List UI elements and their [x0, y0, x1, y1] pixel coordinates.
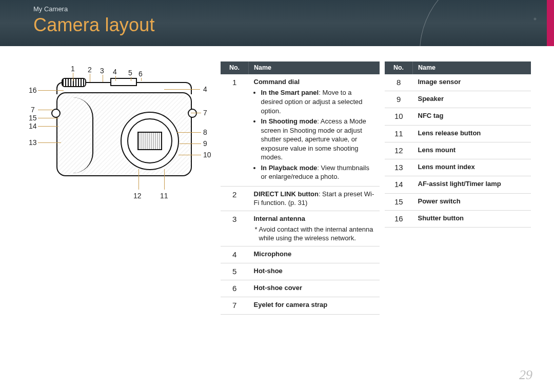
- callout-l15: 15: [29, 114, 37, 122]
- part-cell: Hot-shoe cover: [249, 280, 380, 297]
- callout-4: 4: [113, 68, 117, 76]
- part-no: 4: [221, 246, 249, 263]
- callout-r9: 9: [203, 139, 207, 148]
- table-row: 7 Eyelet for camera strap: [221, 297, 380, 314]
- callout-r4: 4: [203, 85, 207, 93]
- callout-6: 6: [138, 70, 143, 78]
- camera-illustration: 1 2 3 4 5 6 4 7 8 9 10 16 7 15 14 13 12 …: [31, 67, 205, 210]
- part-name: Microphone: [254, 250, 292, 258]
- part-no: 13: [385, 159, 413, 176]
- part-detail-list: In the Smart panel: Move to a desired op…: [254, 88, 375, 181]
- part-name: Eyelet for camera strap: [254, 301, 328, 308]
- part-cell: DIRECT LINK button: Start a preset Wi-Fi…: [249, 186, 380, 211]
- part-name: Shutter button: [418, 214, 464, 222]
- part-name: Speaker: [418, 95, 444, 102]
- part-name: NFC tag: [418, 112, 444, 119]
- part-cell: Shutter button: [413, 210, 531, 227]
- callout-2: 2: [88, 66, 92, 74]
- part-no: 1: [221, 74, 249, 187]
- col-name: Name: [413, 61, 531, 74]
- part-cell: Image sensor: [413, 74, 531, 91]
- page-content: 1 2 3 4 5 6 4 7 8 9 10 16 7 15 14 13 12 …: [0, 46, 554, 315]
- page-header: My Camera Camera layout: [0, 0, 554, 46]
- breadcrumb: My Camera: [33, 5, 68, 13]
- callout-3: 3: [100, 67, 104, 75]
- table-row: 15 Power switch: [385, 193, 531, 210]
- callout-5: 5: [128, 69, 132, 77]
- part-cell: Internal antenna * Avoid contact with th…: [249, 211, 380, 246]
- part-no: 15: [385, 193, 413, 210]
- callout-r8: 8: [203, 128, 207, 136]
- part-no: 2: [221, 186, 249, 211]
- callout-l14: 14: [29, 122, 37, 130]
- part-no: 9: [385, 91, 413, 108]
- page-number: 29: [519, 367, 532, 383]
- table-row: 11 Lens release button: [385, 125, 531, 142]
- table-row: 14 AF-assist light/Timer lamp: [385, 176, 531, 193]
- part-no: 11: [385, 125, 413, 142]
- part-cell: Lens release button: [413, 125, 531, 142]
- callout-l13: 13: [29, 138, 37, 147]
- col-name: Name: [249, 61, 380, 74]
- part-name: Lens mount: [418, 146, 456, 154]
- camera-diagram: 1 2 3 4 5 6 4 7 8 9 10 16 7 15 14 13 12 …: [21, 61, 215, 210]
- callout-b11: 11: [160, 192, 168, 200]
- part-cell: AF-assist light/Timer lamp: [413, 176, 531, 193]
- part-cell: Speaker: [413, 91, 531, 108]
- part-cell: Power switch: [413, 193, 531, 210]
- table-row: 9 Speaker: [385, 91, 531, 108]
- accent-bar: [547, 0, 554, 46]
- table-row: 2 DIRECT LINK button: Start a preset Wi-…: [221, 186, 380, 211]
- part-name: AF-assist light/Timer lamp: [418, 180, 501, 188]
- part-name: DIRECT LINK button: [254, 190, 319, 198]
- table-row: 8 Image sensor: [385, 74, 531, 91]
- part-no: 8: [385, 74, 413, 91]
- part-cell: Command dial In the Smart panel: Move to…: [249, 74, 380, 187]
- table-row: 1 Command dial In the Smart panel: Move …: [221, 74, 380, 187]
- part-no: 12: [385, 142, 413, 159]
- part-name: Lens release button: [418, 129, 481, 137]
- table-row: 4 Microphone: [221, 246, 380, 263]
- part-cell: Lens mount: [413, 142, 531, 159]
- detail-item: In the Smart panel: Move to a desired op…: [261, 88, 375, 115]
- callout-1: 1: [71, 65, 75, 73]
- table-row: 12 Lens mount: [385, 142, 531, 159]
- part-name: Power switch: [418, 197, 461, 205]
- table-row: 10 NFC tag: [385, 108, 531, 125]
- part-name: Image sensor: [418, 78, 461, 86]
- table-row: 13 Lens mount index: [385, 159, 531, 176]
- page-title: Camera layout: [33, 14, 155, 36]
- part-no: 14: [385, 176, 413, 193]
- callout-b12: 12: [133, 192, 142, 200]
- part-cell: Eyelet for camera strap: [249, 297, 380, 314]
- part-cell: NFC tag: [413, 108, 531, 125]
- part-no: 7: [221, 297, 249, 314]
- callout-l7: 7: [31, 106, 35, 114]
- table-row: 5 Hot-shoe: [221, 263, 380, 280]
- callout-r7: 7: [203, 109, 207, 117]
- part-name: Command dial: [254, 78, 300, 86]
- col-no: No.: [385, 61, 413, 74]
- part-name: Internal antenna: [254, 215, 305, 222]
- parts-table-2: No. Name 8 Image sensor 9 Speaker 10 NFC…: [385, 61, 531, 228]
- part-name: Hot-shoe cover: [254, 284, 303, 292]
- table-row: 3 Internal antenna * Avoid contact with …: [221, 211, 380, 246]
- part-no: 3: [221, 211, 249, 246]
- part-cell: Hot-shoe: [249, 263, 380, 280]
- part-note: * Avoid contact with the internal antenn…: [254, 225, 375, 243]
- part-no: 10: [385, 108, 413, 125]
- parts-table-1: No. Name 1 Command dial In the Smart pan…: [221, 61, 380, 315]
- part-cell: Lens mount index: [413, 159, 531, 176]
- col-no: No.: [221, 61, 249, 74]
- part-cell: Microphone: [249, 246, 380, 263]
- detail-item: In Shooting mode: Access a Mode screen i…: [261, 117, 375, 162]
- callout-l16: 16: [29, 86, 37, 94]
- part-name: Hot-shoe: [254, 267, 283, 275]
- part-name: Lens mount index: [418, 163, 475, 171]
- table-row: 6 Hot-shoe cover: [221, 280, 380, 297]
- detail-item: In Playback mode: View thumbnails or enl…: [261, 163, 375, 181]
- part-no: 16: [385, 210, 413, 227]
- part-no: 5: [221, 263, 249, 280]
- part-no: 6: [221, 280, 249, 297]
- callout-r10: 10: [203, 151, 211, 159]
